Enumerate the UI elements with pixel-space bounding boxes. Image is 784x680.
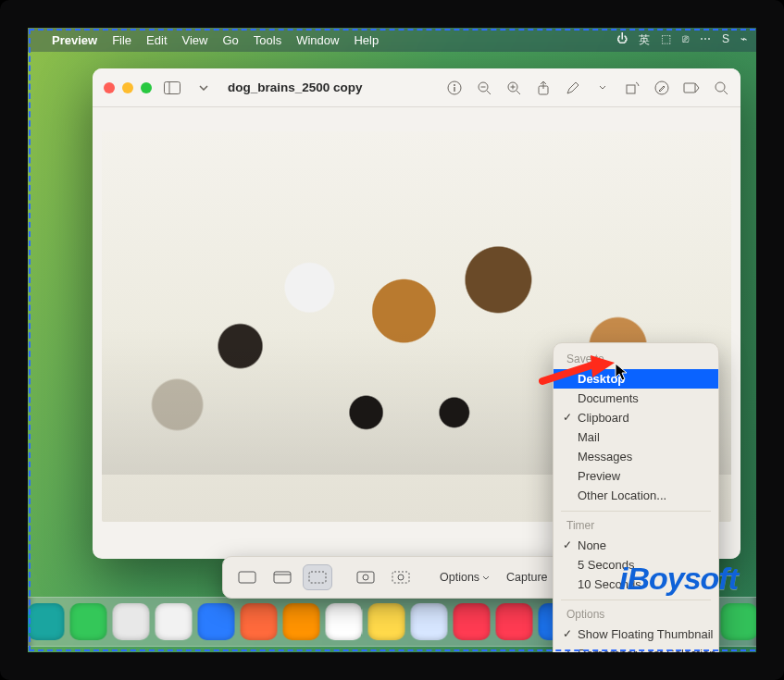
capture-entire-screen-button[interactable] [232,564,262,590]
svg-rect-15 [684,83,695,93]
dock-app-notes[interactable] [367,603,404,640]
dock-app-wechat[interactable] [720,603,756,640]
toolbar-tools [446,80,729,96]
title-dropdown-icon[interactable] [193,79,215,97]
dock-app-calendar[interactable] [325,603,362,640]
check-icon: ✓ [563,538,572,551]
menubar-right: ⏻ 英 ⬚ ⎚ ⋯ S ⌁ [616,32,747,48]
rotate-icon[interactable] [624,80,641,96]
dock-app-photos[interactable] [155,603,192,640]
record-entire-screen-button[interactable] [351,564,380,590]
traffic-lights [104,82,152,93]
saveto-preview[interactable]: Preview [554,466,718,486]
markup-icon[interactable] [565,80,581,96]
menu-window[interactable]: Window [296,33,339,47]
svg-point-25 [398,575,404,580]
svg-point-3 [454,84,455,86]
check-icon: ✓ [563,411,572,424]
menubar-app-name[interactable]: Preview [52,33,97,47]
svg-rect-18 [239,572,255,583]
saveto-documents[interactable]: Documents [554,389,718,408]
saveto-desktop[interactable]: Desktop [554,369,718,389]
capture-selection-button[interactable] [303,564,332,590]
saveto-messages-label: Messages [578,450,632,464]
document-title[interactable]: dog_brains_2500 copy [228,80,363,94]
minimize-button[interactable] [122,82,133,93]
dock-app-chrome[interactable] [112,603,149,640]
close-button[interactable] [104,82,115,93]
svg-line-6 [487,91,491,94]
saveto-clipboard[interactable]: ✓Clipboard [554,408,718,427]
status-6[interactable]: S [722,32,729,48]
crop-border-right [29,29,31,651]
status-1[interactable]: ⏻ [616,32,628,48]
options-label: Options [440,571,479,584]
dock-app-music[interactable] [453,603,490,640]
svg-rect-0 [165,81,180,93]
zoom-button[interactable] [141,82,152,93]
chevron-down-icon [482,575,490,580]
options-button[interactable]: Options [434,567,495,587]
info-icon[interactable] [446,80,463,96]
timer-none-label: None [578,538,606,552]
saveto-other-label: Other Location... [578,488,666,502]
timer-5s[interactable]: 5 Seconds [554,555,718,575]
saveto-documents-label: Documents [578,391,639,405]
opt-floating-thumb[interactable]: ✓Show Floating Thumbnail [554,624,718,644]
share-icon[interactable] [535,80,552,96]
dock-app-messages[interactable] [69,603,106,640]
edit-icon[interactable] [653,80,670,96]
options-popover: Save to Desktop Documents ✓Clipboard Mai… [553,342,719,652]
status-7[interactable]: ⌁ [740,32,747,48]
timer-10s[interactable]: 10 Seconds [554,575,718,594]
timer-5s-label: 5 Seconds [578,558,634,572]
menu-tools[interactable]: Tools [254,33,281,47]
svg-point-23 [363,575,368,580]
markup-dropdown-icon[interactable] [594,80,611,96]
menu-edit[interactable]: Edit [146,33,167,47]
status-3[interactable]: ⬚ [661,32,671,48]
tag-icon[interactable] [683,80,700,96]
search-icon[interactable] [713,80,729,96]
menu-help[interactable]: Help [354,33,379,47]
menu-bar: Preview File Edit View Go Tools Window H… [28,28,756,52]
dock-app-safari[interactable] [410,603,447,640]
check-icon: ✓ [563,627,572,640]
macos-desktop: Preview File Edit View Go Tools Window H… [28,28,756,652]
popover-divider-2 [561,600,711,600]
screenshot-toolbar: Options Capture [222,556,565,599]
crop-border-bottom [29,649,755,651]
section-timer: Timer [554,517,718,536]
sidebar-toggle-icon[interactable] [161,79,183,97]
zoom-out-icon[interactable] [476,80,492,96]
status-5[interactable]: ⋯ [700,32,711,48]
popover-divider-1 [561,511,711,512]
capture-window-button[interactable] [268,564,297,590]
saveto-messages[interactable]: Messages [554,447,718,466]
svg-rect-21 [309,572,326,583]
section-save-to: Save to [554,351,718,369]
dock-app-edge[interactable] [28,603,64,640]
dock-app-pages[interactable] [282,603,319,640]
saveto-mail[interactable]: Mail [554,427,718,447]
svg-line-17 [724,91,728,94]
dock-app-reminders[interactable] [240,603,277,640]
status-input[interactable]: 英 [639,32,650,48]
menu-view[interactable]: View [182,33,208,47]
timer-10s-label: 10 Seconds [578,577,641,591]
status-4[interactable]: ⎚ [682,32,689,48]
dock-app-mail[interactable] [197,603,234,640]
capture-button[interactable]: Capture [499,567,554,587]
svg-line-9 [516,91,520,94]
menu-go[interactable]: Go [222,33,238,47]
saveto-mail-label: Mail [578,430,600,444]
zoom-in-icon[interactable] [505,80,522,96]
record-selection-button[interactable] [386,564,416,590]
saveto-other[interactable]: Other Location... [554,486,718,505]
timer-none[interactable]: ✓None [554,536,718,555]
svg-rect-13 [627,85,635,93]
capture-label: Capture [506,571,547,584]
dock-app-news[interactable] [495,603,532,640]
menu-file[interactable]: File [112,33,131,47]
crop-border-top [29,29,755,31]
